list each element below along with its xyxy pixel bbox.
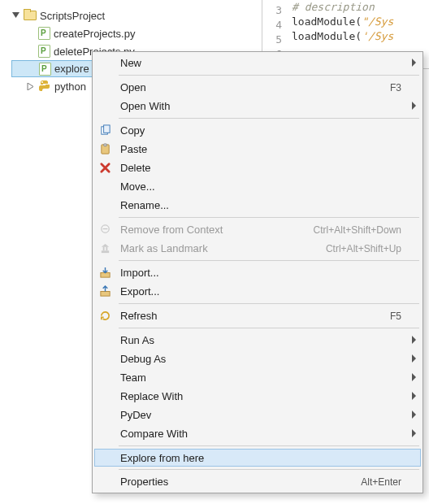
svg-rect-2 bbox=[103, 124, 110, 132]
menu-item-copy[interactable]: Copy bbox=[94, 121, 421, 140]
menu-separator bbox=[119, 328, 419, 328]
line-number: 3 bbox=[262, 3, 282, 18]
code-line: loadModule("/Sys bbox=[292, 15, 393, 29]
menu-item-pydev[interactable]: PyDev bbox=[94, 406, 421, 424]
svg-rect-6 bbox=[102, 246, 104, 250]
landmark-icon bbox=[98, 241, 111, 254]
svg-rect-7 bbox=[106, 246, 107, 250]
copy-icon bbox=[98, 124, 111, 137]
menu-accel: Alt+Enter bbox=[361, 476, 401, 488]
menu-item-team[interactable]: Team bbox=[94, 368, 421, 387]
line-number: 5 bbox=[262, 33, 282, 47]
menu-accel: Ctrl+Alt+Shift+Down bbox=[314, 224, 401, 236]
menu-separator bbox=[119, 217, 419, 218]
svg-rect-4 bbox=[103, 143, 106, 146]
export-icon bbox=[98, 285, 111, 298]
menu-item-export[interactable]: Export... bbox=[94, 282, 421, 301]
menu-item-refresh[interactable]: Refresh F5 bbox=[94, 306, 421, 325]
menu-separator bbox=[119, 469, 419, 470]
python-file-icon bbox=[38, 45, 50, 58]
menu-accel: F3 bbox=[390, 82, 401, 93]
menu-item-open[interactable]: Open F3 bbox=[94, 78, 421, 97]
menu-item-compare-with[interactable]: Compare With bbox=[94, 424, 421, 443]
python-file-icon bbox=[39, 63, 51, 76]
menu-item-delete[interactable]: Delete bbox=[94, 159, 421, 177]
menu-item-properties[interactable]: Properties Alt+Enter bbox=[94, 472, 421, 491]
menu-item-new[interactable]: New bbox=[94, 54, 421, 72]
menu-item-paste[interactable]: Paste bbox=[94, 140, 421, 159]
svg-rect-5 bbox=[101, 250, 108, 253]
submenu-arrow-icon bbox=[412, 59, 416, 67]
submenu-arrow-icon bbox=[412, 411, 416, 419]
project-folder-icon bbox=[24, 9, 37, 22]
menu-accel: Ctrl+Alt+Shift+Up bbox=[326, 243, 401, 254]
menu-item-explore-from-here[interactable]: Explore from here bbox=[94, 449, 421, 467]
menu-item-run-as[interactable]: Run As bbox=[94, 331, 421, 350]
submenu-arrow-icon bbox=[412, 429, 416, 437]
paste-icon bbox=[98, 142, 111, 155]
submenu-arrow-icon bbox=[412, 392, 416, 400]
refresh-icon bbox=[98, 309, 111, 322]
menu-item-remove-context: Remove from Context Ctrl+Alt+Shift+Down bbox=[94, 220, 421, 239]
menu-separator bbox=[119, 118, 419, 119]
tree-project-row[interactable]: ScriptsProject bbox=[11, 7, 260, 24]
menu-item-rename[interactable]: Rename... bbox=[94, 196, 421, 215]
submenu-arrow-icon bbox=[412, 354, 416, 363]
svg-rect-9 bbox=[100, 291, 109, 296]
import-icon bbox=[98, 266, 111, 279]
menu-accel: F5 bbox=[390, 311, 401, 322]
tree-file-row[interactable]: createProjects.py bbox=[11, 24, 260, 42]
menu-item-mark-landmark: Mark as Landmark Ctrl+Alt+Shift+Up bbox=[94, 239, 421, 258]
submenu-arrow-icon bbox=[412, 373, 416, 381]
folder-label: python bbox=[54, 80, 86, 93]
project-label: ScriptsProject bbox=[40, 10, 105, 22]
menu-separator bbox=[119, 260, 419, 261]
menu-separator bbox=[119, 445, 419, 446]
python-file-icon bbox=[38, 27, 50, 40]
menu-item-move[interactable]: Move... bbox=[94, 177, 421, 196]
code-line: loadModule('/Sys bbox=[292, 29, 393, 44]
menu-item-debug-as[interactable]: Debug As bbox=[94, 350, 421, 368]
menu-item-import[interactable]: Import... bbox=[94, 263, 421, 282]
remove-context-icon bbox=[98, 223, 111, 236]
submenu-arrow-icon bbox=[412, 336, 416, 344]
expander-closed-icon[interactable] bbox=[26, 82, 35, 91]
svg-point-0 bbox=[41, 81, 43, 83]
code-line: # description bbox=[292, 0, 375, 15]
context-menu: New Open F3 Open With Copy Paste Delete … bbox=[92, 51, 423, 493]
file-label: createProjects.py bbox=[54, 28, 135, 40]
delete-icon bbox=[98, 161, 111, 174]
file-label: explore bbox=[54, 63, 89, 75]
submenu-arrow-icon bbox=[412, 102, 416, 110]
menu-item-replace-with[interactable]: Replace With bbox=[94, 387, 421, 406]
menu-separator bbox=[119, 75, 419, 76]
expander-open-icon[interactable] bbox=[11, 11, 20, 20]
menu-separator bbox=[119, 303, 419, 304]
menu-item-open-with[interactable]: Open With bbox=[94, 97, 421, 115]
line-number: 4 bbox=[262, 18, 282, 33]
python-module-icon bbox=[38, 80, 51, 93]
